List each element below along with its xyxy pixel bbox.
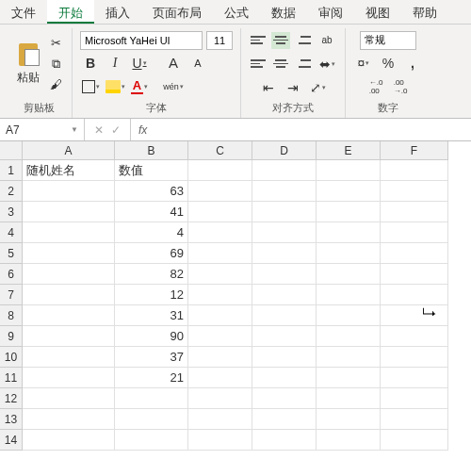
cell-C6[interactable] — [188, 264, 252, 285]
cell-C3[interactable] — [188, 202, 252, 222]
decrease-decimal-button[interactable]: .00→.0 — [390, 76, 411, 97]
row-header[interactable]: 11 — [0, 368, 23, 388]
number-format-select[interactable] — [360, 31, 416, 50]
wrap-text-button[interactable]: ab — [317, 30, 337, 51]
cell-C5[interactable] — [188, 243, 252, 264]
cell-A7[interactable] — [23, 285, 115, 305]
copy-button[interactable]: ⧉ — [47, 56, 64, 73]
cell-D9[interactable] — [252, 326, 317, 347]
row-header[interactable]: 8 — [0, 305, 23, 326]
cell-F4[interactable] — [381, 222, 448, 243]
cell-C10[interactable] — [188, 347, 252, 368]
cell-F13[interactable] — [381, 409, 448, 430]
cell-C11[interactable] — [188, 368, 252, 388]
orientation-button[interactable]: ⤢ — [307, 77, 328, 98]
cell-E12[interactable] — [317, 388, 381, 409]
cell-F3[interactable] — [381, 202, 448, 222]
cell-A11[interactable] — [23, 368, 115, 388]
row-header[interactable]: 4 — [0, 222, 23, 243]
bold-button[interactable]: B — [80, 53, 101, 74]
cell-E4[interactable] — [317, 222, 381, 243]
format-painter-button[interactable]: 🖌 — [47, 76, 64, 93]
formula-input[interactable] — [154, 119, 471, 140]
cell-A12[interactable] — [23, 388, 115, 409]
phonetic-button[interactable]: wén — [163, 76, 184, 97]
cell-D5[interactable] — [252, 243, 317, 264]
cell-D4[interactable] — [252, 222, 317, 243]
cell-B10[interactable]: 37 — [115, 347, 188, 368]
fx-label[interactable]: fx — [131, 119, 154, 140]
cell-F14[interactable] — [381, 430, 448, 451]
cell-D14[interactable] — [252, 430, 317, 451]
cell-B12[interactable] — [115, 388, 188, 409]
cell-E7[interactable] — [317, 285, 381, 305]
row-header[interactable]: 14 — [0, 430, 23, 451]
name-box[interactable]: A7 ▼ — [0, 119, 85, 140]
tab-view[interactable]: 视图 — [354, 0, 401, 24]
cell-D10[interactable] — [252, 347, 317, 368]
paste-button[interactable]: 粘贴 — [13, 40, 43, 88]
cell-B4[interactable]: 4 — [115, 222, 188, 243]
cell-F7[interactable] — [381, 285, 448, 305]
tab-review[interactable]: 审阅 — [307, 0, 354, 24]
cell-A4[interactable] — [23, 222, 115, 243]
cell-A10[interactable] — [23, 347, 115, 368]
cell-C13[interactable] — [188, 409, 252, 430]
cell-D11[interactable] — [252, 368, 317, 388]
cell-C14[interactable] — [188, 430, 252, 451]
cell-B11[interactable]: 21 — [115, 368, 188, 388]
row-header[interactable]: 7 — [0, 285, 23, 305]
cell-B14[interactable] — [115, 430, 188, 451]
row-header[interactable]: 9 — [0, 326, 23, 347]
col-header[interactable]: A — [23, 141, 115, 160]
cell-A1[interactable]: 随机姓名 — [23, 160, 115, 181]
cell-C4[interactable] — [188, 222, 252, 243]
col-header[interactable]: D — [252, 141, 317, 160]
tab-help[interactable]: 帮助 — [401, 0, 448, 24]
align-middle-button[interactable] — [271, 32, 290, 49]
cell-F8[interactable] — [381, 305, 448, 326]
tab-insert[interactable]: 插入 — [94, 0, 141, 24]
align-top-button[interactable] — [249, 32, 268, 49]
cell-A5[interactable] — [23, 243, 115, 264]
cell-F12[interactable] — [381, 388, 448, 409]
cell-E6[interactable] — [317, 264, 381, 285]
row-header[interactable]: 3 — [0, 202, 23, 222]
cancel-formula-icon[interactable]: ✕ — [94, 123, 104, 137]
cell-E8[interactable] — [317, 305, 381, 326]
accept-formula-icon[interactable]: ✓ — [111, 123, 121, 137]
cell-A3[interactable] — [23, 202, 115, 222]
cell-F6[interactable] — [381, 264, 448, 285]
font-color-button[interactable]: A — [129, 76, 150, 97]
cell-B8[interactable]: 31 — [115, 305, 188, 326]
row-header[interactable]: 6 — [0, 264, 23, 285]
tab-file[interactable]: 文件 — [0, 0, 47, 24]
align-right-button[interactable] — [294, 56, 313, 73]
cell-A9[interactable] — [23, 326, 115, 347]
cell-A13[interactable] — [23, 409, 115, 430]
col-header[interactable]: B — [115, 141, 188, 160]
percent-button[interactable]: % — [378, 53, 398, 74]
cell-D12[interactable] — [252, 388, 317, 409]
cell-F5[interactable] — [381, 243, 448, 264]
cell-B13[interactable] — [115, 409, 188, 430]
cell-A6[interactable] — [23, 264, 115, 285]
cell-E10[interactable] — [317, 347, 381, 368]
cell-D3[interactable] — [252, 202, 317, 222]
cell-F2[interactable] — [381, 181, 448, 202]
font-size-select[interactable] — [206, 31, 233, 50]
cell-F11[interactable] — [381, 368, 448, 388]
cell-D6[interactable] — [252, 264, 317, 285]
cell-A2[interactable] — [23, 181, 115, 202]
border-button[interactable] — [80, 76, 101, 97]
increase-decimal-button[interactable]: ←.0.00 — [365, 76, 386, 97]
cell-E13[interactable] — [317, 409, 381, 430]
underline-button[interactable]: U — [129, 53, 150, 74]
col-header[interactable]: E — [317, 141, 381, 160]
cell-E14[interactable] — [317, 430, 381, 451]
col-header[interactable]: F — [381, 141, 448, 160]
cell-C2[interactable] — [188, 181, 252, 202]
align-bottom-button[interactable] — [294, 32, 313, 49]
cell-C1[interactable] — [188, 160, 252, 181]
currency-button[interactable]: ¤ — [353, 53, 374, 74]
